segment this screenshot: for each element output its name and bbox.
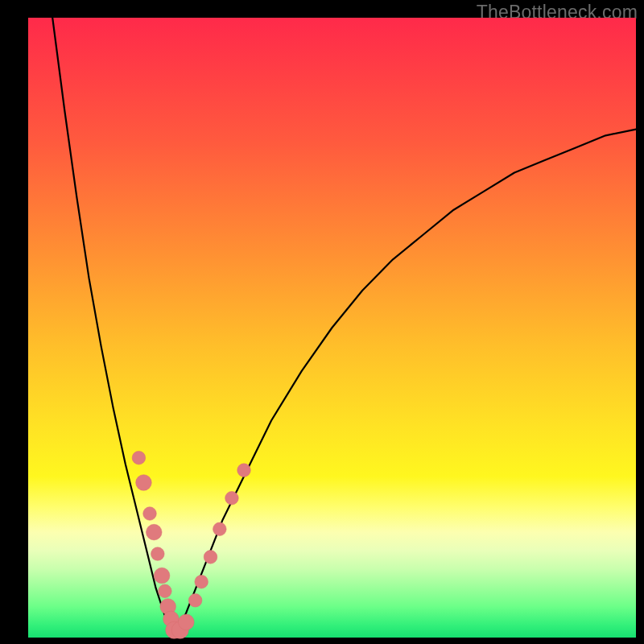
data-markers	[132, 451, 250, 638]
marker-point	[143, 507, 157, 521]
bottleneck-curve	[52, 18, 636, 638]
marker-point	[178, 614, 194, 630]
marker-point	[154, 568, 170, 584]
plot-area	[28, 18, 636, 638]
marker-point	[204, 551, 217, 564]
curve-left-branch	[52, 18, 174, 638]
marker-point	[132, 451, 146, 464]
marker-point	[225, 491, 239, 505]
curve-right-branch	[174, 130, 636, 638]
marker-point	[151, 547, 165, 561]
chart-svg	[28, 18, 636, 638]
marker-point	[159, 584, 172, 598]
marker-point	[213, 522, 227, 536]
marker-point	[237, 464, 251, 477]
marker-point	[195, 575, 208, 588]
marker-point	[146, 524, 162, 540]
outer-frame: TheBottleneck.com	[0, 0, 644, 644]
marker-point	[136, 475, 152, 491]
marker-point	[188, 594, 202, 608]
